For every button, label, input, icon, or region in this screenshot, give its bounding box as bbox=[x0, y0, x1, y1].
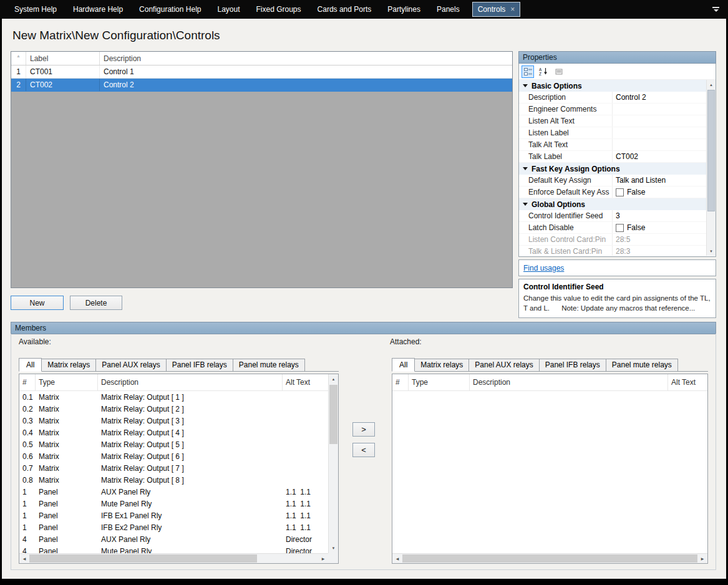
attached-column-header-type[interactable]: Type bbox=[409, 374, 470, 390]
scroll-right-icon[interactable]: ▶ bbox=[318, 554, 328, 563]
scrollbar-thumb[interactable] bbox=[29, 554, 257, 563]
property-row-control-identifier-seed[interactable]: Control Identifier Seed3 bbox=[519, 210, 716, 222]
available-column-header-alt-text[interactable]: Alt Text bbox=[283, 374, 328, 390]
available-tab-all[interactable]: All bbox=[19, 358, 42, 372]
property-value[interactable]: CT002 bbox=[613, 151, 716, 162]
property-value[interactable] bbox=[613, 115, 716, 127]
find-usages-link[interactable]: Find usages bbox=[523, 264, 564, 273]
property-row-listen-alt-text[interactable]: Listen Alt Text bbox=[519, 115, 716, 127]
available-member-row[interactable]: 1PanelMute Panel Rly1.1 1.1 bbox=[19, 498, 328, 510]
delete-button[interactable]: Delete bbox=[70, 296, 122, 310]
property-row-listen-label[interactable]: Listen Label bbox=[519, 127, 716, 139]
property-value[interactable]: Talk and Listen bbox=[613, 175, 716, 186]
close-icon[interactable]: × bbox=[510, 6, 515, 13]
menu-item-cards-and-ports[interactable]: Cards and Ports bbox=[309, 0, 380, 19]
available-column-header-type[interactable]: Type bbox=[36, 374, 98, 390]
controls-table[interactable]: ▲ Label Description 1CT001Control 12CT00… bbox=[11, 51, 513, 288]
scroll-left-icon[interactable]: ◀ bbox=[19, 554, 29, 563]
new-button[interactable]: New bbox=[11, 296, 64, 310]
property-value[interactable]: Control 2 bbox=[613, 92, 716, 103]
property-value[interactable] bbox=[613, 127, 716, 138]
scroll-right-icon[interactable]: ▶ bbox=[697, 554, 707, 563]
checkbox-unchecked[interactable] bbox=[616, 224, 624, 232]
property-value[interactable]: False bbox=[613, 186, 716, 198]
property-row-enforce-default-key-ass[interactable]: Enforce Default Key AssFalse bbox=[519, 186, 716, 198]
available-horizontal-scrollbar[interactable]: ◀ ▶ bbox=[19, 553, 328, 563]
property-row-listen-control-card-pin[interactable]: Listen Control Card:Pin28:5 bbox=[519, 234, 716, 246]
menu-item-partylines[interactable]: Partylines bbox=[379, 0, 429, 19]
scrollbar-thumb[interactable] bbox=[329, 385, 337, 444]
property-category-global-options[interactable]: Global Options bbox=[519, 198, 716, 210]
scrollbar-thumb[interactable] bbox=[402, 554, 697, 563]
available-member-row[interactable]: 0.5MatrixMatrix Relay: Output [ 5 ] bbox=[19, 438, 328, 450]
tab-controls[interactable]: Controls × bbox=[472, 2, 521, 17]
available-member-row[interactable]: 1PanelIFB Ex2 Panel Rly1.1 1.1 bbox=[19, 521, 328, 533]
property-row-talk-alt-text[interactable]: Talk Alt Text bbox=[519, 139, 716, 151]
property-row-engineer-comments[interactable]: Engineer Comments bbox=[519, 104, 716, 115]
available-column-header-[interactable]: # bbox=[19, 374, 36, 390]
move-right-button[interactable]: > bbox=[352, 422, 375, 437]
checkbox-unchecked[interactable] bbox=[616, 188, 624, 196]
available-member-row[interactable]: 0.4MatrixMatrix Relay: Output [ 4 ] bbox=[19, 427, 328, 438]
attached-members-table[interactable]: #TypeDescriptionAlt Text ◀ ▶ bbox=[392, 374, 708, 564]
scroll-up-icon[interactable]: ▲ bbox=[329, 374, 338, 384]
available-member-row[interactable]: 0.6MatrixMatrix Relay: Output [ 6 ] bbox=[19, 450, 328, 462]
property-row-description[interactable]: DescriptionControl 2 bbox=[519, 92, 716, 104]
attached-tab-panel-aux-relays[interactable]: Panel AUX relays bbox=[468, 359, 539, 371]
available-member-row[interactable]: 4PanelAUX Panel RlyDirector bbox=[19, 533, 328, 545]
scroll-left-icon[interactable]: ◀ bbox=[392, 554, 402, 563]
categorized-view-icon[interactable] bbox=[522, 65, 534, 78]
scroll-down-icon[interactable]: ▼ bbox=[707, 246, 716, 256]
available-tab-matrix-relays[interactable]: Matrix relays bbox=[41, 359, 96, 371]
available-member-row[interactable]: 1PanelIFB Ex1 Panel Rly1.1 1.1 bbox=[19, 510, 328, 521]
available-member-row[interactable]: 0.1MatrixMatrix Relay: Output [ 1 ] bbox=[19, 391, 328, 403]
available-member-row[interactable]: 0.7MatrixMatrix Relay: Output [ 7 ] bbox=[19, 462, 328, 474]
label-column-header[interactable]: Label bbox=[26, 52, 100, 65]
scroll-down-icon[interactable]: ▼ bbox=[329, 543, 338, 553]
menu-item-hardware-help[interactable]: Hardware Help bbox=[65, 0, 131, 19]
scrollbar-thumb[interactable] bbox=[707, 90, 715, 211]
menu-item-fixed-groups[interactable]: Fixed Groups bbox=[248, 0, 309, 19]
available-tab-panel-ifb-relays[interactable]: Panel IFB relays bbox=[166, 359, 233, 371]
available-tab-panel-aux-relays[interactable]: Panel AUX relays bbox=[95, 359, 166, 371]
move-left-button[interactable]: < bbox=[352, 443, 375, 457]
controls-table-row[interactable]: 1CT001Control 1 bbox=[11, 65, 512, 79]
attached-horizontal-scrollbar[interactable]: ◀ ▶ bbox=[392, 553, 707, 563]
available-member-row[interactable]: 0.2MatrixMatrix Relay: Output [ 2 ] bbox=[19, 403, 328, 415]
property-category-fast-key-assign-options[interactable]: Fast Key Assign Options bbox=[519, 163, 716, 175]
properties-scrollbar[interactable]: ▲ ▼ bbox=[706, 80, 716, 256]
menu-item-configuration-help[interactable]: Configuration Help bbox=[131, 0, 209, 19]
menu-item-system-help[interactable]: System Help bbox=[6, 0, 65, 19]
attached-tab-all[interactable]: All bbox=[392, 358, 415, 372]
menu-icon[interactable] bbox=[710, 4, 722, 14]
attached-tab-panel-ifb-relays[interactable]: Panel IFB relays bbox=[539, 359, 606, 371]
property-row-talk-listen-card-pin[interactable]: Talk & Listen Card:Pin28:3 bbox=[519, 246, 716, 256]
available-member-row[interactable]: 0.3MatrixMatrix Relay: Output [ 3 ] bbox=[19, 415, 328, 427]
controls-table-row[interactable]: 2CT002Control 2 bbox=[11, 79, 512, 92]
alphabetical-sort-icon[interactable]: AZ bbox=[537, 65, 550, 78]
property-value[interactable] bbox=[613, 104, 716, 115]
property-value[interactable] bbox=[613, 139, 716, 150]
attached-column-header-alt-text[interactable]: Alt Text bbox=[668, 374, 707, 390]
menu-item-panels[interactable]: Panels bbox=[429, 0, 468, 19]
scroll-up-icon[interactable]: ▲ bbox=[707, 80, 716, 89]
available-column-header-description[interactable]: Description bbox=[98, 374, 283, 390]
property-value[interactable]: False bbox=[613, 222, 716, 233]
attached-tab-matrix-relays[interactable]: Matrix relays bbox=[414, 359, 469, 371]
available-vertical-scrollbar[interactable]: ▲ ▼ bbox=[328, 374, 338, 553]
property-row-default-key-assign[interactable]: Default Key AssignTalk and Listen bbox=[519, 175, 716, 186]
available-tab-panel-mute-relays[interactable]: Panel mute relays bbox=[233, 359, 305, 371]
available-member-row[interactable]: 0.8MatrixMatrix Relay: Output [ 8 ] bbox=[19, 474, 328, 486]
available-members-table[interactable]: #TypeDescriptionAlt Text 0.1MatrixMatrix… bbox=[19, 374, 339, 564]
attached-column-header-description[interactable]: Description bbox=[470, 374, 668, 390]
property-row-talk-label[interactable]: Talk LabelCT002 bbox=[519, 151, 716, 163]
description-column-header[interactable]: Description bbox=[100, 52, 512, 65]
available-member-row[interactable]: 1PanelAUX Panel Rly1.1 1.1 bbox=[19, 486, 328, 498]
property-value[interactable]: 3 bbox=[613, 210, 716, 221]
menu-item-layout[interactable]: Layout bbox=[209, 0, 248, 19]
attached-tab-panel-mute-relays[interactable]: Panel mute relays bbox=[606, 359, 678, 371]
property-row-latch-disable[interactable]: Latch DisableFalse bbox=[519, 222, 716, 234]
attached-column-header-[interactable]: # bbox=[392, 374, 409, 390]
sort-column-header[interactable]: ▲ bbox=[11, 52, 26, 65]
property-category-basic-options[interactable]: Basic Options bbox=[519, 80, 716, 92]
